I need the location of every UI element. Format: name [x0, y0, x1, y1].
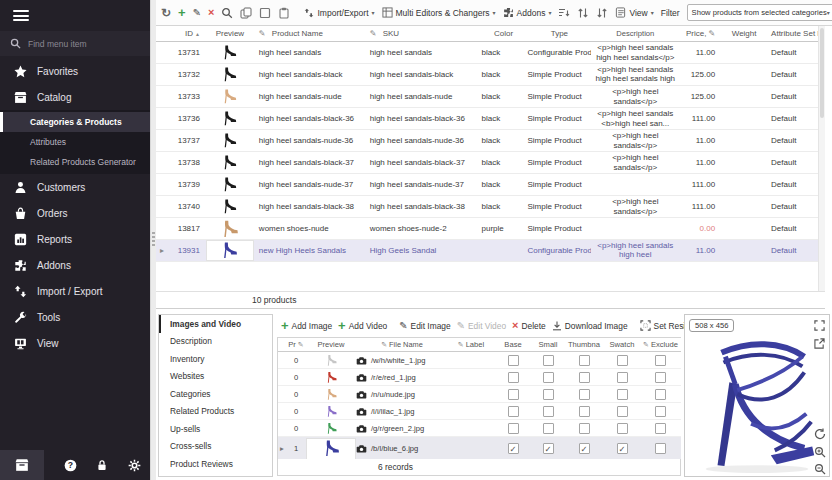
tab-product-reviews[interactable]: Product Reviews: [159, 455, 272, 473]
tab-images-and-video[interactable]: Images and Video: [159, 315, 272, 333]
image-row-selected[interactable]: ▸ 1 /b/l/blue_6.jpg ✓ ✓ ✓ ✓: [278, 437, 681, 461]
sidebar-item-addons[interactable]: Addons: [0, 252, 150, 278]
col-id[interactable]: ID▲: [168, 29, 206, 38]
col-label[interactable]: ✎Label: [448, 340, 494, 349]
addons-menu[interactable]: Addons▾: [503, 7, 552, 18]
base-checkbox[interactable]: ✓: [508, 443, 519, 454]
col-exclude[interactable]: ✎Exclude: [640, 340, 681, 349]
col-description[interactable]: Description: [591, 29, 679, 38]
thumbnail-checkbox[interactable]: ✓: [579, 443, 590, 454]
swatch-checkbox[interactable]: [617, 372, 628, 383]
tab-categories[interactable]: Categories: [159, 385, 272, 403]
exclude-checkbox[interactable]: [655, 406, 666, 417]
small-checkbox[interactable]: [543, 372, 554, 383]
swatch-checkbox[interactable]: ✓: [617, 443, 628, 454]
sidebar-item-related-products-generator[interactable]: Related Products Generator: [0, 152, 150, 172]
edit-image-button[interactable]: ✎Edit Image: [399, 321, 450, 331]
image-row[interactable]: 0 /g/r/green_2.jpg: [278, 420, 681, 437]
col-type[interactable]: Type: [525, 29, 591, 38]
edit-video-button[interactable]: ✎Edit Video: [457, 321, 506, 331]
paste-button[interactable]: [278, 6, 290, 20]
zoom-out-icon[interactable]: [813, 462, 826, 475]
table-row[interactable]: 13738 high heel sandals-black-37high hee…: [156, 152, 825, 174]
col-product-name[interactable]: ✎ Product Name: [254, 29, 366, 38]
sidebar-item-view[interactable]: View: [0, 330, 150, 356]
col-attribute-set[interactable]: Attribute Set Name: [763, 29, 825, 38]
add-video-button[interactable]: +Add Video: [338, 319, 387, 332]
tab-related-products[interactable]: Related Products: [159, 403, 272, 421]
thumbnail-checkbox[interactable]: [579, 423, 590, 434]
swatch-checkbox[interactable]: [617, 355, 628, 366]
col-thumbnail[interactable]: Thumbna: [564, 340, 604, 349]
small-checkbox[interactable]: ✓: [543, 443, 554, 454]
multi-editors-menu[interactable]: Multi Editors & Changers▾: [382, 7, 496, 18]
table-row[interactable]: 13739 high heel sandals-nude-37high heel…: [156, 174, 825, 196]
swatch-checkbox[interactable]: [617, 389, 628, 400]
base-checkbox[interactable]: [508, 423, 519, 434]
sidebar-search[interactable]: [0, 31, 150, 56]
edit-product-button[interactable]: ✎: [193, 6, 201, 20]
search-input[interactable]: [28, 39, 140, 49]
col-priority[interactable]: Pr✎: [286, 340, 306, 349]
small-checkbox[interactable]: [543, 355, 554, 366]
col-small[interactable]: Small: [532, 340, 564, 349]
col-preview[interactable]: Preview: [206, 29, 254, 38]
expand-rows-icon[interactable]: [577, 6, 589, 20]
col-preview[interactable]: Preview: [306, 340, 356, 349]
fullscreen-icon[interactable]: [813, 319, 826, 332]
tab-inventory[interactable]: Inventory: [159, 350, 272, 368]
image-row[interactable]: 0 /w/h/white_1.jpg: [278, 352, 681, 369]
exclude-checkbox[interactable]: [655, 443, 666, 454]
base-checkbox[interactable]: [508, 355, 519, 366]
open-external-icon[interactable]: [813, 337, 826, 350]
exclude-checkbox[interactable]: [655, 355, 666, 366]
small-checkbox[interactable]: [543, 389, 554, 400]
table-row[interactable]: 13732 high heel sandals-blackhigh heel s…: [156, 64, 825, 86]
import-export-menu[interactable]: Import/Export▾: [304, 8, 374, 18]
tab-up-sells[interactable]: Up-sells: [159, 420, 272, 438]
filter-select[interactable]: Show products from selected categories▾: [687, 4, 832, 21]
copy-button[interactable]: [240, 6, 252, 20]
base-checkbox[interactable]: [508, 372, 519, 383]
sidebar-item-catalog[interactable]: Catalog: [0, 84, 150, 110]
small-checkbox[interactable]: [543, 406, 554, 417]
table-row[interactable]: 13817 women shoes-nudewomen shoes-nude-2…: [156, 218, 825, 240]
splitter-grip[interactable]: [152, 232, 155, 246]
col-color[interactable]: Color: [478, 29, 526, 38]
tab-cross-sells[interactable]: Cross-sells: [159, 438, 272, 456]
table-row[interactable]: 13740 high heel sandals-black-38high hee…: [156, 196, 825, 218]
sidebar-item-import-export[interactable]: Import / Export: [0, 278, 150, 304]
refresh-button[interactable]: ↻: [161, 6, 171, 20]
search-button[interactable]: [221, 6, 233, 20]
small-checkbox[interactable]: [543, 423, 554, 434]
table-row[interactable]: 13736 high heel sandals-black-36high hee…: [156, 108, 825, 130]
sort-icon[interactable]: [558, 6, 570, 20]
table-row[interactable]: 13731 high heel sandalshigh heel sandals…: [156, 42, 825, 64]
col-price[interactable]: Price,✎: [679, 29, 725, 38]
zoom-in-icon[interactable]: [813, 445, 826, 458]
col-base[interactable]: Base: [494, 340, 532, 349]
grid-scrollbar[interactable]: [818, 26, 825, 291]
col-weight[interactable]: Weight: [725, 29, 763, 38]
base-checkbox[interactable]: [508, 389, 519, 400]
collapse-rows-icon[interactable]: [596, 6, 608, 20]
sidebar-item-tools[interactable]: Tools: [0, 304, 150, 330]
delete-image-button[interactable]: ×Delete: [512, 320, 546, 331]
exclude-checkbox[interactable]: [655, 423, 666, 434]
table-row[interactable]: 13733 high heel sandals-nudehigh heel sa…: [156, 86, 825, 108]
help-button[interactable]: ?: [54, 459, 86, 472]
checkbox-select-button[interactable]: [259, 6, 271, 20]
sidebar-item-reports[interactable]: Reports: [0, 226, 150, 252]
exclude-checkbox[interactable]: [655, 372, 666, 383]
tab-description[interactable]: Description: [159, 333, 272, 351]
swatch-checkbox[interactable]: [617, 423, 628, 434]
swatch-checkbox[interactable]: [617, 406, 628, 417]
thumbnail-checkbox[interactable]: [579, 372, 590, 383]
sidebar-item-categories-products[interactable]: Categories & Products: [0, 112, 150, 132]
col-swatch[interactable]: Swatch: [604, 340, 640, 349]
sidebar-item-customers[interactable]: Customers: [0, 174, 150, 200]
table-row[interactable]: 13737 high heel sandals-nude-36high heel…: [156, 130, 825, 152]
exclude-checkbox[interactable]: [655, 389, 666, 400]
tab-websites[interactable]: Websites: [159, 368, 272, 386]
settings-button[interactable]: [118, 459, 150, 472]
